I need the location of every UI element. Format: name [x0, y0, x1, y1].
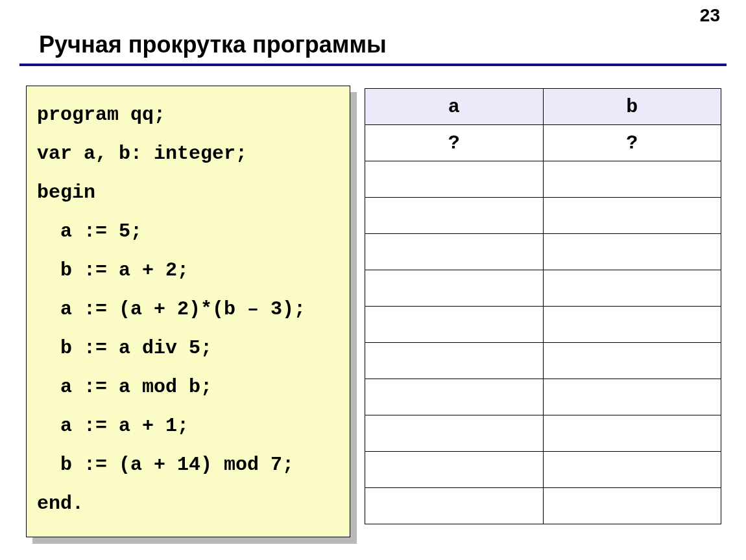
title-underline	[19, 64, 727, 66]
table-cell	[543, 343, 721, 379]
code-block: program qq; var a, b: integer; begin a :…	[26, 86, 350, 537]
code-line-2: begin	[37, 181, 95, 204]
code-line-10: end.	[37, 493, 84, 515]
table-row	[365, 234, 721, 270]
table-cell	[365, 379, 544, 415]
table-cell	[543, 270, 721, 307]
table-row	[365, 415, 721, 452]
code-line-1: var a, b: integer;	[37, 143, 247, 165]
table-row	[365, 488, 721, 524]
table-cell	[543, 488, 721, 524]
table-row	[365, 270, 721, 307]
table-cell	[365, 415, 544, 452]
table-row	[365, 379, 721, 415]
table-cell	[543, 452, 721, 488]
table-row: ? ?	[365, 125, 721, 161]
table-cell	[543, 198, 721, 234]
code-line-3: a := 5;	[37, 220, 142, 242]
table-row	[365, 307, 721, 343]
slide-title: Ручная прокрутка программы	[39, 31, 387, 58]
table-cell	[543, 379, 721, 415]
table-cell	[543, 415, 721, 452]
table-cell: ?	[543, 125, 721, 161]
code-line-0: program qq;	[37, 104, 165, 126]
code-line-8: a := a + 1;	[37, 415, 189, 437]
trace-table: a b ? ?	[365, 88, 721, 524]
code-line-7: a := a mod b;	[37, 376, 212, 398]
table-row	[365, 198, 721, 234]
table-cell	[543, 307, 721, 343]
table-header-b: b	[543, 89, 721, 125]
page-number: 23	[700, 5, 720, 26]
table-cell	[365, 488, 544, 524]
code-box: program qq; var a, b: integer; begin a :…	[26, 86, 350, 537]
table-row	[365, 161, 721, 198]
code-line-5: a := (a + 2)*(b – 3);	[37, 298, 306, 320]
table-cell: ?	[365, 125, 544, 161]
code-line-4: b := a + 2;	[37, 259, 189, 281]
table-row	[365, 343, 721, 379]
code-line-6: b := a div 5;	[37, 337, 212, 359]
table-cell	[365, 307, 544, 343]
table-cell	[543, 234, 721, 270]
table-cell	[365, 198, 544, 234]
table-cell	[365, 161, 544, 198]
table-header-row: a b	[365, 89, 721, 125]
table-cell	[365, 343, 544, 379]
table-cell	[543, 161, 721, 198]
table-cell	[365, 234, 544, 270]
table-header-a: a	[365, 89, 544, 125]
table-row	[365, 452, 721, 488]
code-line-9: b := (a + 14) mod 7;	[37, 454, 294, 476]
table-cell	[365, 452, 544, 488]
table-cell	[365, 270, 544, 307]
